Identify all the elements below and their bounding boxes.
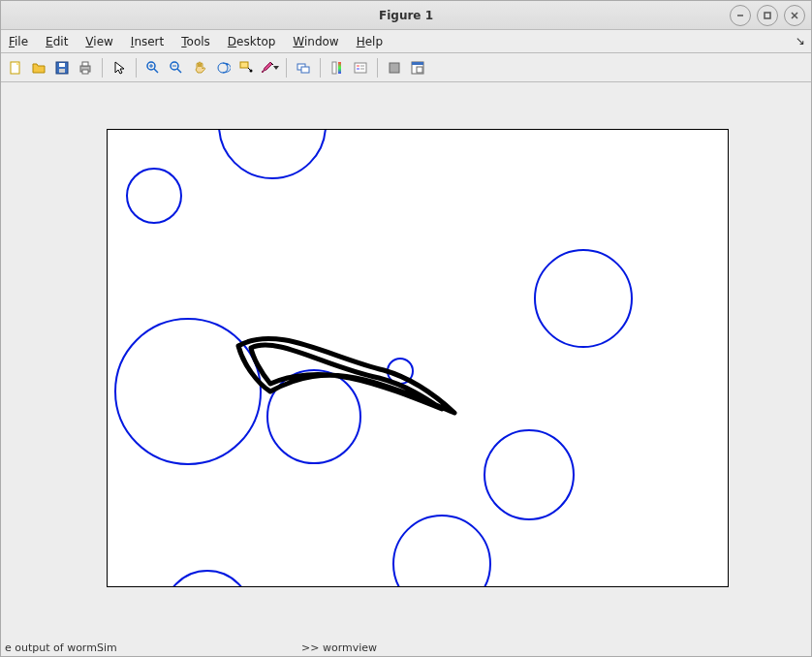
svg-line-17 [177, 69, 181, 73]
zoom-in-button[interactable] [142, 57, 164, 78]
svg-rect-34 [390, 63, 399, 73]
menubar: File Edit View Insert Tools Desktop Wind… [1, 30, 811, 53]
axes[interactable] [107, 129, 729, 587]
maximize-icon [763, 11, 772, 20]
food-circle [484, 430, 574, 519]
hide-plot-tools-button[interactable] [384, 57, 405, 78]
toolbar-separator [286, 58, 287, 78]
save-button[interactable] [51, 57, 73, 78]
pan-button[interactable] [189, 57, 210, 78]
new-file-icon [8, 60, 23, 76]
svg-rect-1 [765, 13, 770, 18]
plot-svg [108, 130, 728, 586]
toolbar-separator [377, 58, 378, 78]
legend-icon [353, 60, 368, 76]
menu-window[interactable]: Window [291, 33, 340, 50]
toolbar-separator [136, 58, 137, 78]
link-plots-button[interactable] [293, 57, 314, 78]
figure-canvas-area: e output of wormSim >> wormview [1, 82, 811, 656]
dock-icon [410, 60, 425, 76]
data-cursor-button[interactable] [235, 57, 257, 78]
menu-tools[interactable]: Tools [179, 33, 212, 50]
colorbar-icon [329, 60, 345, 76]
svg-rect-28 [338, 62, 341, 74]
svg-line-13 [154, 69, 158, 73]
svg-rect-8 [59, 69, 65, 73]
close-button[interactable] [784, 5, 805, 26]
menu-help[interactable]: Help [355, 33, 385, 50]
open-button[interactable] [28, 57, 49, 78]
svg-rect-27 [332, 62, 336, 74]
food-circle [393, 516, 490, 586]
svg-rect-11 [82, 70, 88, 74]
pointer-icon [111, 60, 127, 76]
insert-legend-button[interactable] [350, 57, 371, 78]
rotate-3d-button[interactable] [212, 57, 234, 78]
food-circle [535, 250, 632, 347]
new-figure-button[interactable] [5, 57, 26, 78]
print-icon [78, 60, 93, 76]
dock-figure-button[interactable] [407, 57, 428, 78]
pan-hand-icon [192, 60, 207, 76]
food-circle [115, 319, 261, 464]
food-circle [164, 571, 251, 586]
svg-rect-29 [355, 63, 366, 73]
svg-marker-24 [273, 66, 279, 70]
svg-rect-21 [240, 62, 248, 68]
menu-desktop[interactable]: Desktop [226, 33, 278, 50]
zoom-out-button[interactable] [166, 57, 187, 78]
fragment-text-right: >> wormview [301, 641, 377, 654]
svg-rect-10 [82, 62, 88, 66]
minimize-icon [735, 11, 745, 20]
svg-rect-36 [412, 62, 423, 65]
toolbar-separator [320, 58, 321, 78]
window-title: Figure 1 [379, 9, 433, 22]
window-controls [730, 5, 805, 26]
svg-rect-26 [301, 67, 309, 73]
edit-plot-button[interactable] [109, 57, 130, 78]
zoom-out-icon [169, 60, 184, 76]
svg-rect-7 [59, 63, 65, 67]
hide-tools-icon [387, 60, 402, 76]
chevron-down-icon [273, 66, 279, 70]
menu-file[interactable]: File [7, 33, 30, 50]
food-circle [127, 169, 181, 223]
insert-colorbar-button[interactable] [327, 57, 348, 78]
data-cursor-icon [238, 60, 254, 76]
svg-point-23 [250, 69, 253, 72]
menu-insert[interactable]: Insert [129, 33, 166, 50]
menu-view[interactable]: View [83, 33, 114, 50]
print-button[interactable] [75, 57, 96, 78]
toolbar [1, 53, 811, 82]
toolbar-separator [102, 58, 103, 78]
brush-button[interactable] [259, 57, 280, 78]
toolbar-tearoff-icon[interactable]: ↘ [796, 34, 805, 47]
food-circle [219, 130, 326, 178]
svg-rect-37 [417, 67, 422, 73]
figure-window: Figure 1 File Edit View Insert Tools Des… [0, 0, 812, 657]
maximize-button[interactable] [757, 5, 778, 26]
titlebar: Figure 1 [1, 1, 811, 30]
rotate-3d-icon [215, 60, 231, 76]
close-icon [790, 11, 799, 20]
minimize-button[interactable] [730, 5, 751, 26]
open-folder-icon [31, 60, 47, 76]
fragment-text-left: e output of wormSim [5, 641, 117, 654]
zoom-in-icon [145, 60, 161, 76]
link-plots-icon [296, 60, 311, 76]
save-icon [54, 60, 70, 76]
menu-edit[interactable]: Edit [44, 33, 70, 50]
